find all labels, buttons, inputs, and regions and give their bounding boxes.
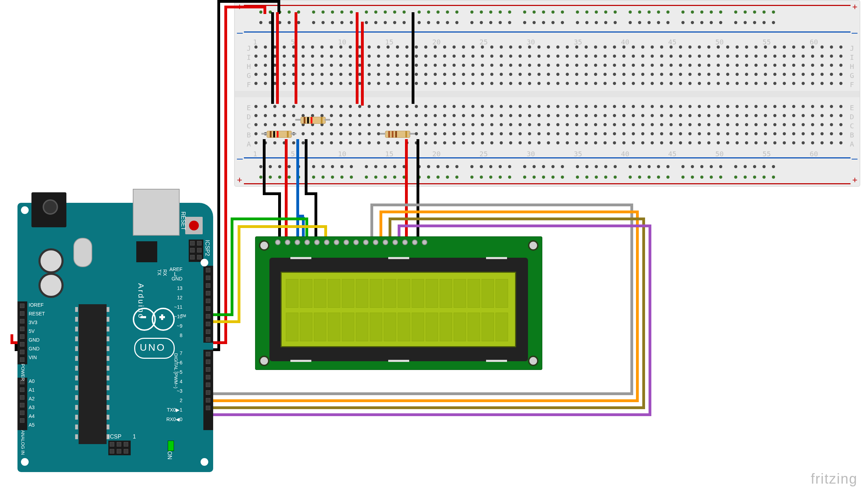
breadboard-row-label: I (850, 53, 854, 62)
breadboard-col-label: 30 (527, 150, 535, 158)
breadboard-col-label: 45 (668, 38, 677, 46)
atmega-chip (79, 304, 107, 444)
lcd-cell (440, 279, 452, 308)
resistor-2 (301, 117, 326, 124)
breadboard-row-label: G (247, 71, 251, 80)
wire-gnd-main-v (217, 0, 220, 348)
lcd-cell (454, 313, 466, 341)
power-pin-gnd: GND (29, 346, 39, 351)
digital-pin-11: ~11 (163, 304, 182, 310)
lcd-pin-d2 (353, 240, 359, 245)
wire-e-yellow (238, 225, 240, 320)
analog-header (17, 378, 27, 430)
breadboard-col-label: 15 (385, 38, 393, 46)
lcd-cell (412, 313, 424, 341)
usb-jack (133, 189, 180, 236)
digital-header-bottom (203, 350, 213, 430)
analog-pin-a5: A5 (29, 422, 35, 428)
digital-pin-9: ~9 (163, 323, 182, 329)
lcd-cell (482, 279, 494, 308)
lcd-pin-k (422, 240, 427, 245)
lcd-cell (384, 313, 396, 341)
lcd-pin-vss (275, 240, 281, 245)
lcd-pin-d5 (383, 240, 388, 245)
wire-rs-green (231, 218, 233, 313)
breadboard-row-label: A (247, 140, 251, 148)
on-label: ON (166, 451, 173, 459)
power-pin-ioref: IOREF (29, 302, 44, 308)
lcd-pin-e (324, 240, 330, 245)
lcd-cell (398, 279, 410, 308)
lcd-cell (426, 313, 438, 341)
digital-pin-8: 8 (163, 333, 182, 338)
lcd-pin-v0 (295, 240, 300, 245)
breadboard-row-label: B (247, 131, 251, 139)
breadboard-row-label: J (247, 44, 251, 52)
breadboard-col-label: 40 (621, 150, 629, 158)
lcd-cell (440, 313, 452, 341)
lcd-cell (314, 313, 326, 341)
digital-pin-7: 7 (163, 350, 182, 356)
power-pin-vin: VIN (29, 355, 37, 360)
lcd-pin-d4 (373, 240, 378, 245)
breadboard-col-label: 15 (385, 150, 393, 158)
resistor-1 (267, 131, 292, 138)
wire-d4-grey (370, 204, 373, 238)
analog-pin-a2: A2 (29, 396, 35, 401)
lcd-cell (398, 313, 410, 341)
lcd-pin-d7 (402, 240, 408, 245)
digital-pin-10: ~10 (163, 314, 182, 319)
breadboard-col-label: 30 (527, 38, 535, 46)
breadboard-row-label: E (850, 104, 854, 112)
lcd-cell (286, 313, 298, 341)
breadboard-col-label: 60 (810, 38, 818, 46)
lcd-cell (426, 279, 438, 308)
digital-pin-5: ~5 (163, 369, 182, 375)
analog-pin-a3: A3 (29, 405, 35, 410)
breadboard-col-label: 1 (253, 38, 257, 46)
breadboard-row-label: B (850, 131, 854, 139)
lcd-pin-d0 (334, 240, 339, 245)
reset-label: RESET (180, 212, 186, 230)
breadboard-col-label: 10 (338, 38, 346, 46)
lcd-pin-rs (304, 240, 310, 245)
power-pin-gnd: GND (29, 337, 39, 343)
lcd-cell (286, 279, 298, 308)
analog-pin-a0: A0 (29, 378, 35, 384)
lcd-cell (328, 313, 340, 341)
lcd-cell (300, 279, 312, 308)
breadboard-row-label: D (247, 113, 251, 121)
digital-pin-aref: AREF (163, 266, 182, 272)
breadboard-row-label: E (247, 104, 251, 112)
wire-gnd-main-h1 (217, 0, 280, 3)
breadboard-row-label: F (850, 80, 854, 89)
wire-d6-olive (389, 218, 391, 238)
lcd-pin-a (412, 240, 418, 245)
analog-pin-a1: A1 (29, 387, 35, 393)
lcd-cell (370, 279, 382, 308)
icsp2-header (189, 240, 203, 262)
digital-pin-3: ~3 (163, 388, 182, 394)
icsp2-label: ICSP2 (204, 240, 210, 256)
breadboard-row-label: F (247, 80, 251, 89)
digital-pin-4: 4 (163, 379, 182, 384)
reset-button[interactable] (185, 217, 203, 234)
lcd-cell (384, 279, 396, 308)
icsp-header (108, 441, 131, 455)
lcd-pin-d3 (363, 240, 369, 245)
digital-pin-tx01: TX0▶1 (163, 407, 182, 413)
power-pin-3v3: 3V3 (29, 320, 37, 325)
lcd-cell (342, 279, 354, 308)
watermark: fritzing (811, 471, 858, 487)
lcd-cell (314, 279, 326, 308)
digital-pin-6: ~6 (163, 360, 182, 365)
lcd-cell (496, 279, 508, 308)
power-header (17, 301, 27, 364)
wire-d5-orange (379, 211, 382, 238)
digital-pin-12: 12 (163, 295, 182, 300)
lcd-cell (328, 279, 340, 308)
breadboard-row-label: C (247, 122, 251, 130)
lcd-cell (300, 313, 312, 341)
breadboard-col-label: 50 (715, 150, 724, 158)
lcd-cell (356, 313, 368, 341)
